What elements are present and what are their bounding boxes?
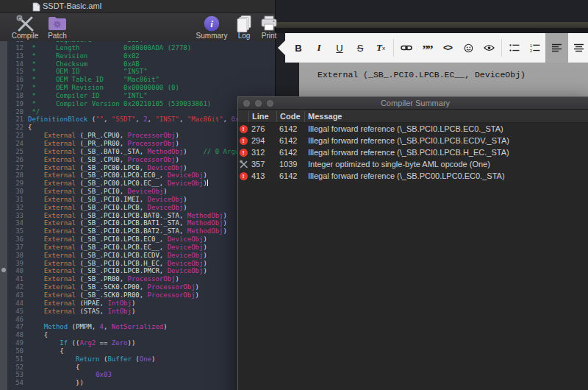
code-line: 54 }): [0, 379, 275, 387]
traffic-lights: [243, 100, 273, 107]
numbered-list-icon[interactable]: 12: [525, 33, 545, 63]
code-line: 24 External (_PR_.PR00, ProcessorObj): [0, 140, 275, 148]
row-code: 6142: [276, 171, 304, 180]
compile-button[interactable]: Compile: [9, 14, 41, 40]
row-line: 276: [248, 124, 276, 133]
column-line: Line: [248, 111, 276, 122]
code-line: 28 External (_SB_.PC00.LPC0.EC0_, Device…: [0, 171, 275, 180]
header-icon-column: [238, 111, 248, 122]
compiler-row[interactable]: !2946142Illegal forward reference (\_SB.…: [238, 135, 588, 146]
code-lines: 11 * Signature "SSDT"12 * Length 0x00000…: [0, 41, 275, 387]
code-line: 21DefinitionBlock ("", "SSDT", 2, "INST"…: [0, 116, 275, 124]
code-line: 34 External (_SB_.PCI0.LPCB.BAT1._STA, M…: [0, 219, 275, 227]
row-code: 6142: [276, 124, 304, 133]
code-line: 40 External (_SB_.PCI0.LPCB.PMCR, Device…: [0, 267, 275, 275]
minimize-button[interactable]: [255, 100, 262, 107]
compiler-row[interactable]: !4136142Illegal forward reference (\_SB.…: [238, 170, 588, 182]
code-line: 27 External (_SB_.PC00.LPC0, DeviceObj): [0, 164, 275, 172]
svg-text:i: i: [210, 18, 213, 29]
line-marker-icon: [1, 268, 6, 272]
code-line: 25 External (_SB_.BAT0._STA, MethodObj) …: [0, 148, 275, 156]
patch-button[interactable]: Patch: [41, 14, 74, 40]
code-line: 22{: [0, 124, 275, 132]
window-titlebar: SSDT-Basic.aml: [0, 0, 275, 13]
print-button[interactable]: Print: [253, 14, 285, 40]
code-line: 16 * OEM Table ID "Mac86it": [0, 76, 275, 84]
screen: BIUSTx””<>12 External (_SB_.PCI0.LPCB.EC…: [0, 0, 588, 390]
code-line: 32 External (_SB_.PCI0.LPCB, DeviceObj): [0, 204, 275, 212]
code-line: 31 External (_SB_.PCI0.IMEI, DeviceObj): [0, 196, 275, 204]
code-line: 20 */: [0, 108, 275, 116]
strikethrough-icon[interactable]: S: [350, 33, 370, 63]
align-left-icon[interactable]: [545, 33, 568, 63]
code-line: 47 Method (PMPM, 4, NotSerialized): [0, 323, 275, 331]
remark-icon: [239, 160, 248, 169]
error-icon: !: [240, 125, 248, 133]
code-line: 44 External (HPAE, IntObj): [0, 299, 275, 308]
code-line: 43 External (_SB_.SCK0.PR00, ProcessorOb…: [0, 291, 275, 299]
row-line: 312: [248, 148, 276, 157]
quote-icon[interactable]: ””: [417, 33, 437, 63]
richtext-toolbar: BIUSTx””<>12: [285, 33, 588, 63]
row-line: 413: [248, 171, 276, 180]
summary-button[interactable]: iSummary: [196, 14, 228, 40]
code-line: 29 External (_SB_.PC00.LPC0.EC__, Device…: [0, 180, 275, 188]
popover-arrow-icon: [278, 40, 285, 55]
code-line: 12 * Length 0x00000ADA (2778): [0, 44, 275, 52]
bullet-list-icon[interactable]: [504, 33, 525, 63]
column-code: Code: [276, 111, 304, 122]
window-title: SSDT-Basic.aml: [43, 1, 101, 10]
table-header: Line Code Message: [238, 110, 588, 123]
code-line: 37 External (_SB_.PCI0.LPCB.EC__, Device…: [0, 244, 275, 252]
print-icon: [253, 14, 285, 32]
svg-text:2: 2: [530, 49, 532, 52]
bold-icon[interactable]: B: [288, 33, 309, 63]
row-message: Illegal forward reference (\_SB.PCI0.LPC…: [304, 124, 588, 133]
code-icon[interactable]: <>: [437, 33, 458, 63]
underline-icon[interactable]: U: [329, 33, 350, 63]
align-center-icon[interactable]: [568, 33, 588, 63]
maciasl-window: SSDT-Basic.aml CompilePatchiSummaryLogPr…: [0, 0, 276, 390]
code-line: 39 External (_SB_.PCI0.LPCB.H_EC, Device…: [0, 260, 275, 268]
link-icon[interactable]: [396, 33, 417, 63]
code-line: 13 * Revision 0x02: [0, 52, 275, 60]
code-line: 18 * Compiler ID "INTL": [0, 92, 275, 100]
zoom-button[interactable]: [267, 100, 273, 107]
code-line: 45 External (STAS, IntObj): [0, 308, 275, 316]
browser-chrome-shadow: [276, 28, 588, 33]
compiler-summary-window: Compiler Summary Line Code Message !2766…: [237, 96, 588, 390]
close-button[interactable]: [243, 100, 250, 107]
emoji-icon[interactable]: [458, 33, 478, 63]
editor-text: External (_SB_.PCI0.LPCB.EC__, DeviceObj…: [318, 70, 526, 79]
row-code: 1039: [276, 160, 304, 169]
compiler-row[interactable]: !3126142Illegal forward reference (\_SB.…: [238, 146, 588, 158]
compiler-window-title: Compiler Summary: [238, 97, 588, 109]
gutter-strip: [0, 41, 7, 390]
code-line: 15 * OEM ID "INST": [0, 68, 275, 76]
compiler-row[interactable]: !2766142Illegal forward reference (\_SB.…: [238, 123, 588, 135]
code-line: 46: [0, 316, 275, 324]
summary-icon: i: [196, 14, 228, 32]
code-line: 33 External (_SB_.PCI0.LPCB.BAT0._STA, M…: [0, 212, 275, 220]
italic-icon[interactable]: I: [309, 33, 329, 63]
error-icon: !: [240, 172, 248, 180]
row-code: 6142: [276, 136, 304, 145]
richtext-content-area[interactable]: External (_SB_.PCI0.LPCB.EC__, DeviceObj…: [299, 63, 588, 96]
code-line: 52 {: [0, 364, 275, 372]
clear-format-icon[interactable]: Tx: [370, 33, 391, 63]
code-line: 23 External (_PR_.CPU0, ProcessorObj): [0, 132, 275, 140]
code-line: 49 If ((Arg2 == Zero)): [0, 339, 275, 347]
row-message: Integer optimized to single-byte AML opc…: [304, 160, 588, 169]
code-line: 48 {: [0, 331, 275, 339]
code-editor[interactable]: 11 * Signature "SSDT"12 * Length 0x00000…: [0, 41, 275, 390]
compiler-row[interactable]: 3571039Integer optimized to single-byte …: [238, 158, 588, 170]
browser-chrome-band: [276, 22, 588, 28]
toolbar-divider: [393, 39, 394, 57]
text-cursor: [207, 180, 208, 186]
row-message: Illegal forward reference (\_SB.PC00.LPC…: [304, 171, 588, 180]
column-message: Message: [304, 111, 588, 122]
toolbar-divider: [501, 39, 502, 57]
row-message: Illegal forward reference (\_SB.PCI0.LPC…: [304, 136, 588, 145]
eye-icon[interactable]: [478, 33, 499, 63]
code-line: 38 External (_SB_.PCI0.LPCB.ECDV, Device…: [0, 252, 275, 260]
